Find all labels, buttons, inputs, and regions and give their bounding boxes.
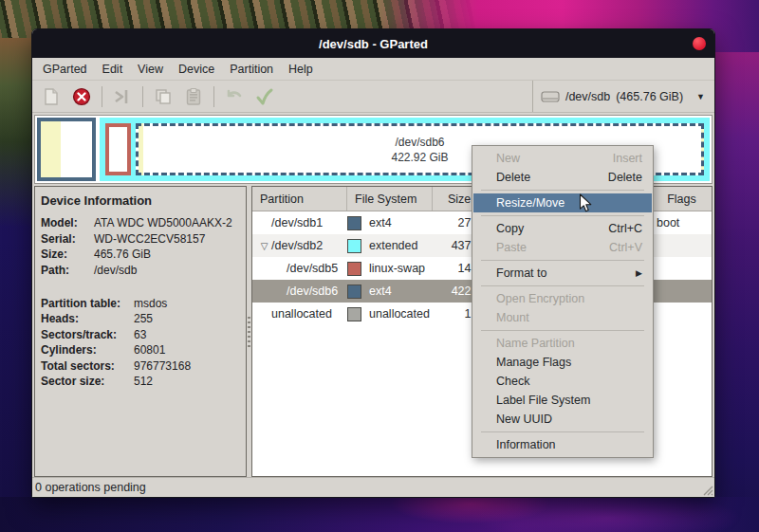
apply-button[interactable] [251, 83, 278, 110]
titlebar[interactable]: /dev/sdb - GParted [32, 29, 714, 58]
menu-partition[interactable]: Partition [223, 61, 280, 78]
filesystem-color-swatch [347, 307, 361, 321]
filesystem-color-swatch [347, 239, 361, 253]
field-label: Total sectors: [41, 359, 134, 373]
delete-icon [72, 87, 91, 106]
field-value: 63 [134, 328, 240, 341]
partition-size: 422. [433, 284, 475, 298]
column-header-flags[interactable]: Flags [651, 187, 712, 211]
device-info-row: Heads: 255 [41, 312, 240, 325]
panel-resize-handle[interactable] [247, 186, 251, 477]
device-info-row: Path: /dev/sdb [41, 264, 240, 277]
menu-item-mount: Mount [473, 308, 652, 327]
new-partition-button[interactable] [38, 83, 65, 110]
device-info-row: Serial: WD-WCC2ECV58157 [41, 232, 240, 246]
menu-separator [481, 260, 644, 261]
menu-help[interactable]: Help [282, 61, 320, 78]
partition-name: /dev/sdb5 [287, 262, 338, 275]
menu-separator [481, 190, 644, 191]
menu-item-accel: Delete [608, 171, 642, 184]
field-value: 976773168 [134, 359, 240, 373]
field-label: Path: [41, 264, 94, 277]
menu-item-paste: Paste Ctrl+V [473, 238, 652, 257]
filesystem-color-swatch [347, 216, 361, 230]
menu-device[interactable]: Device [172, 61, 221, 78]
partition-name: unallocated [271, 307, 332, 321]
menu-item-check[interactable]: Check [473, 372, 652, 391]
device-info-row: Model: ATA WDC WD5000AAKX-2 [41, 216, 240, 229]
mouse-cursor [579, 193, 594, 213]
field-label: Size: [41, 248, 94, 261]
paste-button[interactable] [180, 83, 207, 110]
menu-item-new-uuid[interactable]: New UUID [473, 410, 652, 429]
field-value: WD-WCC2ECV58157 [94, 232, 240, 246]
menu-separator [481, 431, 644, 432]
partition-size: 1. [433, 307, 475, 321]
menu-separator [481, 215, 644, 216]
menu-item-label-file-system[interactable]: Label File System [473, 391, 652, 410]
filesystem-name: extended [369, 239, 417, 252]
resize-move-icon [112, 87, 133, 106]
filesystem-name: unallocated [369, 307, 430, 321]
menu-item-copy[interactable]: Copy Ctrl+C [473, 219, 652, 238]
resize-grip-icon[interactable] [700, 483, 713, 496]
desktop-artwork-left [0, 38, 32, 228]
menu-item-open-encryption: Open Encryption [473, 289, 652, 308]
resize-move-button[interactable] [109, 83, 136, 110]
menubar: GParted Edit View Device Partition Help [32, 58, 714, 81]
menu-view[interactable]: View [131, 61, 170, 78]
menu-item-manage-flags[interactable]: Manage Flags [473, 353, 652, 372]
field-label: Heads: [41, 312, 134, 325]
menu-separator [481, 330, 644, 331]
filesystem-name: ext4 [369, 216, 392, 229]
device-info-row: Partition table: msdos [41, 297, 240, 310]
selected-partition-label: /dev/sdb6 [395, 135, 444, 150]
filesystem-name: linux-swap [369, 262, 425, 275]
device-selector-size: (465.76 GiB) [616, 90, 683, 103]
disk-segment-sdb5[interactable] [105, 123, 131, 175]
menu-item-resize-move[interactable]: Resize/Move [473, 193, 652, 212]
menu-edit[interactable]: Edit [96, 61, 130, 78]
partition-context-menu: New Insert Delete Delete Resize/Move Cop… [472, 145, 654, 458]
menu-item-format-to[interactable]: Format to ▶ [473, 264, 652, 283]
field-value: /dev/sdb [94, 264, 240, 277]
field-label: Cylinders: [41, 343, 134, 357]
partition-size: 14. [433, 262, 475, 275]
menu-item-label: Mount [496, 311, 529, 324]
expander-open-icon[interactable]: ▽ [257, 241, 271, 251]
field-value: 512 [134, 375, 240, 388]
menu-item-label: Format to [496, 266, 547, 280]
close-button[interactable] [693, 37, 706, 50]
column-header-file-system[interactable]: File System [347, 187, 433, 211]
field-value: 60801 [134, 343, 240, 357]
undo-button[interactable] [221, 83, 248, 110]
copy-icon [154, 87, 173, 106]
field-value: 255 [134, 312, 240, 325]
copy-button[interactable] [150, 83, 176, 110]
menu-item-delete[interactable]: Delete Delete [473, 168, 652, 187]
device-info-spacer [41, 279, 240, 294]
disk-segment-sdb1[interactable] [37, 118, 96, 181]
partition-size: 27. [433, 216, 475, 229]
menu-gparted[interactable]: GParted [36, 61, 94, 78]
hard-drive-icon [541, 90, 560, 103]
desktop-artwork-right [714, 52, 759, 532]
toolbar-separator [213, 86, 214, 107]
device-selector[interactable]: /dev/sdb (465.76 GiB) ▼ [541, 90, 711, 103]
field-label: Partition table: [41, 297, 134, 310]
device-info-row: Sector size: 512 [41, 375, 240, 388]
partition-size: 437. [433, 239, 475, 252]
partition-name: /dev/sdb1 [271, 216, 323, 229]
partition-name: /dev/sdb2 [271, 239, 323, 252]
toolbar-separator [532, 81, 533, 112]
menu-item-label: Information [496, 438, 556, 451]
field-value: ATA WDC WD5000AAKX-2 [94, 216, 240, 229]
partition-flags: boot [651, 216, 712, 229]
field-value: 465.76 GiB [94, 248, 240, 261]
delete-partition-button[interactable] [68, 83, 95, 110]
menu-item-information[interactable]: Information [473, 435, 652, 454]
device-info-row: Sectors/track: 63 [41, 328, 240, 341]
column-header-partition[interactable]: Partition [252, 187, 347, 211]
menu-item-label: Paste [496, 241, 527, 254]
menu-item-label: Check [496, 375, 529, 388]
